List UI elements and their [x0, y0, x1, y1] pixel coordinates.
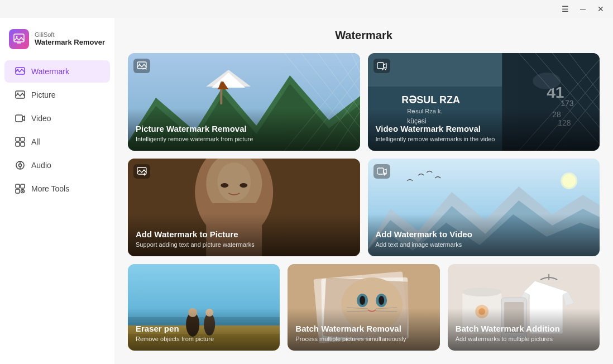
card-desc-eraser-pen: Remove objects from picture [136, 335, 272, 343]
svg-rect-55 [377, 63, 384, 69]
card-desc-video-watermark-removal: Intelligently remove watermarks in the v… [376, 135, 592, 143]
sidebar-item-all[interactable]: All [4, 131, 110, 153]
svg-point-95 [462, 288, 501, 296]
svg-point-87 [360, 296, 365, 305]
svg-rect-6 [16, 115, 22, 122]
sidebar-item-video[interactable]: Video [4, 107, 110, 130]
card-desc-picture-watermark-removal: Intelligently remove watermark from pict… [136, 135, 352, 143]
svg-rect-71 [377, 168, 384, 174]
card-picture-watermark-removal[interactable]: Picture Watermark Removal Intelligently … [128, 53, 360, 151]
svg-point-1 [16, 36, 18, 38]
svg-rect-22 [220, 88, 222, 104]
sidebar-item-more-tools[interactable]: More Tools [4, 178, 110, 200]
card-desc-batch-watermark-removal: Process multiple pictures simultaneously [295, 335, 432, 343]
logo-icon [9, 29, 29, 49]
svg-point-47 [533, 73, 561, 89]
sidebar-item-audio[interactable]: Audio [4, 154, 110, 176]
card-title-batch-watermark-removal: Batch Watermark Removal [295, 324, 432, 333]
sidebar: GiliSoft Watermark Remover Watermark Pic… [0, 18, 114, 364]
card-icon-picture-watermark-removal [133, 59, 150, 73]
card-title-eraser-pen: Eraser pen [136, 324, 272, 333]
svg-point-70 [562, 174, 576, 188]
card-desc-batch-watermark-addition: Add watermarks to multiple pictures [456, 335, 592, 343]
app-container: GiliSoft Watermark Remover Watermark Pic… [0, 18, 613, 364]
title-bar: ☰ ─ ✕ [0, 0, 613, 18]
svg-rect-15 [16, 189, 20, 193]
svg-rect-7 [16, 137, 20, 141]
card-desc-add-watermark-video: Add text and image watermarks [376, 241, 592, 248]
card-title-add-watermark-video: Add Watermark to Video [376, 229, 592, 239]
video-icon [15, 113, 26, 124]
svg-rect-10 [21, 142, 25, 146]
card-title-video-watermark-removal: Video Watermark Removal [376, 124, 592, 133]
svg-point-5 [17, 93, 18, 94]
svg-rect-13 [16, 184, 20, 188]
sidebar-label-all: All [31, 137, 40, 146]
card-batch-watermark-removal[interactable]: Batch Watermark Removal Process multiple… [288, 264, 439, 351]
svg-rect-9 [16, 142, 20, 146]
card-icon-add-watermark-picture [133, 164, 150, 179]
page-title: Watermark [128, 29, 600, 42]
watermark-icon [15, 66, 26, 77]
card-add-watermark-picture[interactable]: Add Watermark to Picture Support adding … [128, 159, 360, 256]
cards-grid: Picture Watermark Removal Intelligently … [128, 53, 600, 256]
sidebar-label-watermark: Watermark [31, 67, 69, 76]
app-logo: GiliSoft Watermark Remover [0, 25, 114, 59]
card-video-watermark-removal[interactable]: RƏSUL RZA Rəsul Rza k. küçəsi 41 173 28 … [368, 53, 600, 151]
svg-point-36 [139, 64, 140, 65]
audio-icon [15, 160, 26, 171]
card-desc-add-watermark-picture: Support adding text and picture watermar… [136, 241, 352, 248]
picture-icon [15, 89, 26, 100]
all-icon [15, 136, 26, 147]
sidebar-item-watermark[interactable]: Watermark [4, 60, 110, 83]
minimize-button[interactable]: ─ [575, 3, 591, 15]
sidebar-item-picture[interactable]: Picture [4, 84, 110, 106]
sidebar-label-video: Video [31, 114, 51, 123]
nav-list: Watermark Picture Video All Audio More T… [0, 59, 114, 201]
card-title-add-watermark-picture: Add Watermark to Picture [136, 229, 352, 239]
card-title-picture-watermark-removal: Picture Watermark Removal [136, 124, 352, 133]
sidebar-label-more-tools: More Tools [31, 184, 69, 193]
svg-point-3 [17, 69, 18, 70]
sidebar-label-picture: Picture [31, 90, 56, 99]
bottom-row: Eraser pen Remove objects from picture [128, 264, 600, 351]
card-batch-watermark-addition[interactable]: Batch Watermark Addition Add watermarks … [448, 264, 600, 351]
app-name: GiliSoft Watermark Remover [35, 31, 105, 47]
svg-text:RƏSUL RZA: RƏSUL RZA [401, 94, 460, 106]
main-content: Watermark [114, 18, 613, 364]
card-title-batch-watermark-addition: Batch Watermark Addition [456, 324, 592, 333]
card-icon-add-watermark-video [373, 164, 390, 179]
svg-point-88 [379, 296, 384, 305]
svg-rect-14 [21, 184, 25, 188]
app-title: Watermark Remover [35, 38, 105, 47]
sidebar-label-audio: Audio [31, 161, 51, 170]
svg-text:173: 173 [561, 99, 574, 108]
close-button[interactable]: ✕ [593, 3, 609, 15]
svg-rect-8 [21, 137, 25, 141]
card-eraser-pen[interactable]: Eraser pen Remove objects from picture [128, 264, 280, 351]
brand-name: GiliSoft [35, 31, 105, 38]
menu-button[interactable]: ☰ [557, 3, 573, 15]
svg-point-12 [19, 164, 22, 167]
window-controls: ☰ ─ ✕ [557, 3, 609, 15]
more-tools-icon [15, 183, 26, 194]
card-icon-video-watermark-removal [373, 59, 390, 73]
card-add-watermark-video[interactable]: Add Watermark to Video Add text and imag… [368, 159, 600, 256]
